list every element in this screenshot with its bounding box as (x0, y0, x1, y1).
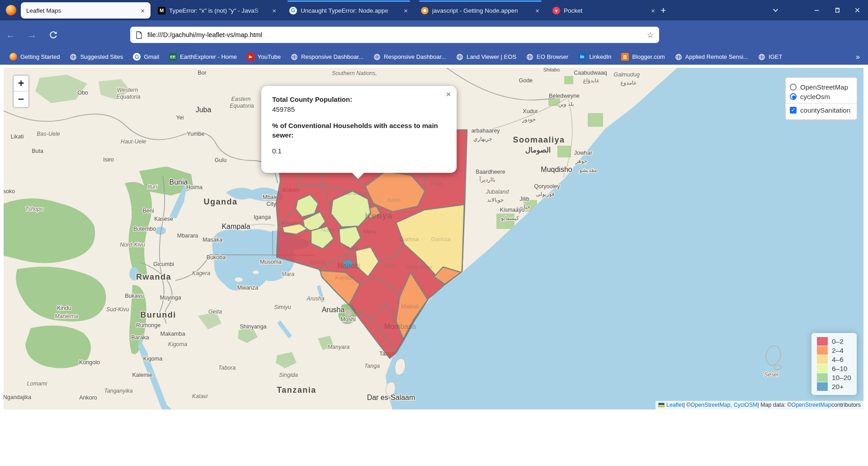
map-label: Burundi (140, 310, 176, 319)
tab-close-button[interactable]: × (534, 7, 541, 14)
tab-close-button[interactable]: × (402, 7, 409, 14)
map-label: Caabudwaaq (574, 70, 607, 76)
map-label: Malindi (401, 304, 419, 310)
bookmark-item[interactable]: inLinkedIn (575, 52, 614, 62)
base-layer-option[interactable]: OpenStreetMap (790, 83, 850, 91)
legend-label: 2–4 (832, 347, 844, 355)
bookmark-item[interactable]: Responsive Dashboar... (370, 52, 449, 62)
url-text[interactable]: file:///D:/gachuhi/my-leaflet-vs/map.htm… (147, 31, 647, 38)
bookmark-item[interactable]: Getting Started (6, 52, 63, 62)
bookmark-label: IGET (769, 53, 782, 60)
list-all-tabs-chevron-icon[interactable] (772, 7, 779, 14)
bookmark-item[interactable]: Responsive Dashboar... (288, 52, 367, 62)
bookmark-item[interactable]: ▶YouTube (244, 52, 284, 62)
map-label: Narok (310, 259, 326, 266)
tab-javascript-getting-nod[interactable]: javascript - Getting Node.appen× (415, 2, 545, 19)
map-label: Kalemie (132, 372, 152, 378)
popup-close-button[interactable]: × (446, 90, 451, 99)
checkbox-icon[interactable]: ✓ (790, 107, 797, 114)
tab-pocket[interactable]: ∨Pocket× (547, 2, 661, 19)
map-label: Thika (344, 245, 359, 252)
map-label: soko (4, 188, 15, 195)
bookmark-item[interactable]: Land Viewer | EOS (453, 52, 519, 62)
map-label: Yei (176, 114, 184, 121)
map-label: مقديشو (579, 167, 597, 174)
pocket-icon: ∨ (552, 7, 560, 14)
new-tab-button[interactable]: + (656, 4, 670, 17)
map-label: قوريولي (536, 191, 555, 198)
popup-title-population: Total County Population: (272, 95, 446, 104)
map-label: Bukoba (207, 254, 226, 261)
legend-swatch (817, 373, 828, 382)
bookmarks-overflow-chevron[interactable]: » (856, 53, 860, 61)
map-label: Garissa (431, 236, 450, 243)
tab-title: Uncaught TypeError: Node.appe (301, 7, 402, 14)
map-label: Gode (519, 77, 533, 84)
map-label: Musoma (260, 259, 282, 265)
popup-value-sewer: 0.1 (272, 147, 446, 155)
map-label: Jowhar (574, 150, 592, 156)
radio-icon[interactable] (790, 84, 797, 90)
legend-row: 20+ (817, 382, 851, 391)
radio-icon[interactable] (790, 93, 797, 100)
restore-button[interactable] (834, 7, 840, 14)
map-label: Bukavu (125, 293, 144, 299)
map-label: Singida (279, 372, 298, 378)
map-label: Arusha (322, 306, 345, 314)
base-layer-option[interactable]: cycleOsm (790, 93, 850, 100)
close-window-button[interactable] (854, 7, 861, 14)
tab-title: TypeError: "x" is (not) "y" - JavaS (169, 7, 271, 14)
osm-link[interactable]: OpenStreetMap (791, 402, 831, 408)
map-label: Kasese (154, 216, 173, 222)
map-label: Yumbe (187, 131, 205, 137)
legend-swatch (817, 364, 828, 373)
bookmark-star-icon[interactable]: ☆ (647, 30, 654, 40)
map-label: Tanganyika (104, 388, 133, 394)
map-label: Bunia (170, 178, 188, 186)
bookmark-item[interactable]: GGmail (130, 52, 162, 62)
map-label: arbahaarey (471, 128, 500, 134)
map-label: Xudur (523, 108, 538, 114)
map-label: City (266, 201, 276, 207)
firefox-icon (9, 53, 17, 61)
map-label: Dar es-Salaam (367, 394, 415, 401)
bookmark-item[interactable]: IGET (755, 52, 785, 62)
map-label: جربهاري (473, 136, 492, 143)
bookmark-item[interactable]: EEEarthExplorer - Home (166, 52, 240, 62)
osm-cyclosm-link[interactable]: OpenStreetMap, CyclOSM (690, 402, 757, 408)
back-button[interactable]: ← (0, 29, 21, 40)
legend-swatch (817, 355, 828, 364)
firefox-menu-icon[interactable] (6, 5, 16, 15)
map-label: Mombasa (384, 323, 416, 330)
zoom-out-button[interactable]: − (14, 91, 28, 107)
tab-leaflet-maps[interactable]: Leaflet Maps× (21, 2, 151, 19)
google-icon: G (289, 7, 297, 14)
bookmark-item[interactable]: BBlogger.com (618, 52, 668, 62)
attribution-text: | Map data: © (757, 402, 791, 408)
map-label: كيسمايو (500, 215, 519, 222)
tab-typeerror-x-is-not-y-j[interactable]: MTypeError: "x" is (not) "y" - JavaS× (152, 2, 282, 19)
bookmark-item[interactable]: Suggested Sites (66, 52, 126, 62)
map-label: Southern Nations, (332, 70, 377, 76)
legend-swatch (817, 382, 828, 391)
reload-button[interactable] (49, 30, 58, 39)
leaflet-map[interactable]: Southern Nations,ShilaboBorCaabudwaaqعاب… (4, 68, 863, 409)
tab-close-button[interactable]: × (271, 7, 278, 14)
zoom-in-button[interactable]: + (14, 76, 28, 91)
map-label: Arusha (306, 295, 325, 302)
forward-button[interactable]: → (21, 29, 42, 40)
map-label: Obo (77, 90, 88, 96)
minimize-button[interactable] (813, 7, 820, 14)
tab-close-button[interactable]: × (139, 7, 146, 14)
bookmark-item[interactable]: EO Browser (523, 52, 571, 62)
overlay-layer-option[interactable]: ✓countySanitation (790, 106, 850, 114)
map-label: Rumonge (136, 322, 160, 328)
bookmark-label: EO Browser (537, 53, 568, 60)
map-label: Beni (142, 208, 154, 214)
tab-uncaught-typeerror-nod[interactable]: GUncaught TypeError: Node.appe× (284, 2, 414, 19)
url-bar[interactable]: file:///D:/gachuhi/my-leaflet-vs/map.htm… (130, 27, 659, 43)
map-label: Bor (198, 70, 206, 76)
tab-bar: Leaflet Maps×MTypeError: "x" is (not) "y… (0, 0, 868, 20)
leaflet-link[interactable]: Leaflet (666, 402, 684, 408)
bookmark-item[interactable]: Applied Remote Sensi... (672, 52, 751, 62)
